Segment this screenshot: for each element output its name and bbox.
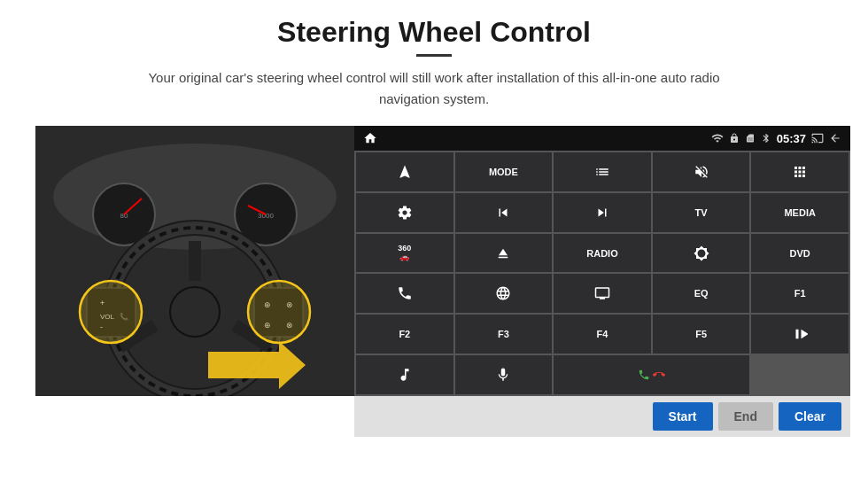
f3-button[interactable]: F3 [455, 315, 553, 354]
cast-icon [811, 132, 824, 144]
f1-button[interactable]: F1 [751, 274, 849, 313]
settings-button[interactable] [356, 193, 453, 232]
cam360-button[interactable]: 360🚗 [356, 234, 453, 273]
radio-button[interactable]: RADIO [554, 234, 651, 273]
next-button[interactable] [554, 193, 651, 232]
page-title: Steering Wheel Control [277, 16, 591, 49]
steering-wheel-image: 80 3000 [35, 126, 354, 396]
screen-button[interactable] [554, 274, 651, 313]
status-left [363, 131, 377, 145]
dvd-button[interactable]: DVD [751, 234, 849, 273]
lock-icon [729, 133, 740, 144]
home-icon [363, 131, 377, 145]
nav-button[interactable] [356, 152, 453, 191]
wifi-icon [711, 132, 724, 144]
head-unit-panel: 05:37 MODE [354, 126, 850, 437]
eq-button[interactable]: EQ [653, 274, 750, 313]
mode-button[interactable]: MODE [455, 152, 553, 191]
title-divider [416, 54, 452, 57]
svg-text:80: 80 [120, 212, 128, 220]
page-subtitle: Your original car's steering wheel contr… [124, 67, 744, 110]
clear-button[interactable]: Clear [779, 402, 841, 431]
music-button[interactable] [356, 355, 453, 394]
mic-button[interactable] [455, 355, 553, 394]
svg-point-13 [170, 287, 220, 337]
f2-button[interactable]: F2 [356, 315, 453, 354]
call-button[interactable] [554, 355, 749, 394]
eject-button[interactable] [455, 234, 553, 273]
prev-button[interactable] [455, 193, 553, 232]
apps-button[interactable] [751, 152, 849, 191]
svg-point-26 [248, 281, 310, 343]
f5-button[interactable]: F5 [653, 315, 750, 354]
content-row: 80 3000 [35, 126, 833, 437]
status-time: 05:37 [777, 132, 806, 145]
head-unit: 05:37 MODE [354, 126, 850, 396]
phone-button[interactable] [356, 274, 453, 313]
steering-bg: 80 3000 [35, 126, 354, 396]
end-button[interactable]: End [718, 402, 773, 431]
svg-point-25 [80, 281, 142, 343]
back-icon [829, 132, 841, 144]
action-bar: Start End Clear [354, 396, 850, 437]
page-container: Steering Wheel Control Your original car… [0, 0, 868, 482]
svg-text:3000: 3000 [258, 212, 274, 220]
list-button[interactable] [554, 152, 651, 191]
button-grid: MODE [354, 151, 850, 396]
media-button[interactable]: MEDIA [751, 193, 849, 232]
status-bar: 05:37 [354, 126, 850, 151]
tv-button[interactable]: TV [653, 193, 750, 232]
bluetooth-icon [761, 133, 771, 144]
mute-button[interactable] [653, 152, 750, 191]
globe-button[interactable] [455, 274, 553, 313]
f4-button[interactable]: F4 [554, 315, 651, 354]
brightness-button[interactable] [653, 234, 750, 273]
sim-icon [745, 133, 756, 144]
start-button[interactable]: Start [653, 402, 713, 431]
playpause-button[interactable] [751, 315, 849, 354]
status-right: 05:37 [711, 132, 841, 145]
